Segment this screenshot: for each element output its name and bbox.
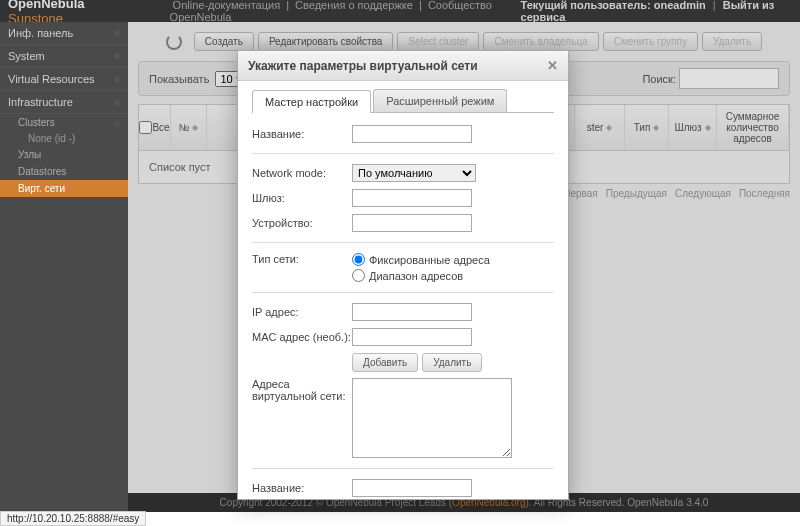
name2-label: Название: [252,482,352,494]
sidebar-item-vresources[interactable]: Virtual Resources○ [0,68,128,91]
mac-input[interactable] [352,328,472,346]
chevron-icon: ○ [115,97,120,107]
nav-docs-link[interactable]: Online-документация [173,0,281,11]
add-button[interactable]: Добавить [352,353,418,372]
device-label: Устройство: [252,217,352,229]
user-info: Текущий пользователь: oneadmin | Выйти и… [521,0,792,23]
close-icon[interactable]: ✕ [547,58,558,73]
mode-label: Network mode: [252,167,352,179]
remove-button[interactable]: Удалить [422,353,482,372]
user-label: Текущий пользователь: [521,0,651,11]
ip-input[interactable] [352,303,472,321]
radio-ranged[interactable]: Диапазон адресов [352,269,490,282]
tab-wizard[interactable]: Мастер настройки [252,90,371,113]
dialog-title: Укажите параметры виртуальной сети [248,59,478,73]
logo-text: OpenNebula [8,0,85,11]
name2-input[interactable] [352,479,472,497]
dialog-tabs: Мастер настройки Расширенный режим [252,89,554,113]
tab-advanced[interactable]: Расширенный режим [373,89,507,112]
dialog-body: Мастер настройки Расширенный режим Назва… [238,81,568,499]
ip-label: IP адрес: [252,306,352,318]
radio-ranged-input[interactable] [352,269,365,282]
addresses-label: Адреса виртуальной сети: [252,378,352,402]
sidebar-item-infrastructure[interactable]: Infrastructure○ [0,91,128,114]
bridge-label: Шлюз: [252,192,352,204]
device-input[interactable] [352,214,472,232]
chevron-icon: ○ [115,118,120,128]
sidebar-item-dashboard[interactable]: Инф. панель○ [0,22,128,45]
mode-select[interactable]: По умолчанию [352,164,476,182]
sidebar-item-system[interactable]: System○ [0,45,128,68]
mac-label: MAC адрес (необ.): [252,331,352,343]
name-input[interactable] [352,125,472,143]
radio-fixed-input[interactable] [352,253,365,266]
sidebar-item-vnets[interactable]: Вирт. сети [0,180,128,197]
name-label: Название: [252,128,352,140]
create-vnet-dialog: Укажите параметры виртуальной сети ✕ Мас… [237,50,569,500]
chevron-icon: ○ [115,51,120,61]
header-bar: OpenNebula Sunstone Online-документация … [0,0,800,22]
status-bar: http://10.20.10.25:8888/#easy [0,511,146,526]
username: oneadmin [654,0,706,11]
top-nav: Online-документация | Сведения о поддерж… [170,0,521,23]
chevron-icon: ○ [115,74,120,84]
nettype-label: Тип сети: [252,253,352,265]
bridge-input[interactable] [352,189,472,207]
sidebar: Инф. панель○ System○ Virtual Resources○ … [0,22,128,512]
sidebar-item-clusters[interactable]: Clusters○ [0,114,128,131]
addresses-textarea[interactable] [352,378,512,458]
sidebar-item-hosts[interactable]: Узлы [0,146,128,163]
sidebar-item-datastores[interactable]: Datastores [0,163,128,180]
chevron-icon: ○ [115,28,120,38]
sidebar-item-cluster-none[interactable]: None (id -) [0,131,128,146]
radio-fixed[interactable]: Фиксированные адреса [352,253,490,266]
dialog-titlebar: Укажите параметры виртуальной сети ✕ [238,51,568,81]
nav-support-link[interactable]: Сведения о поддержке [295,0,413,11]
